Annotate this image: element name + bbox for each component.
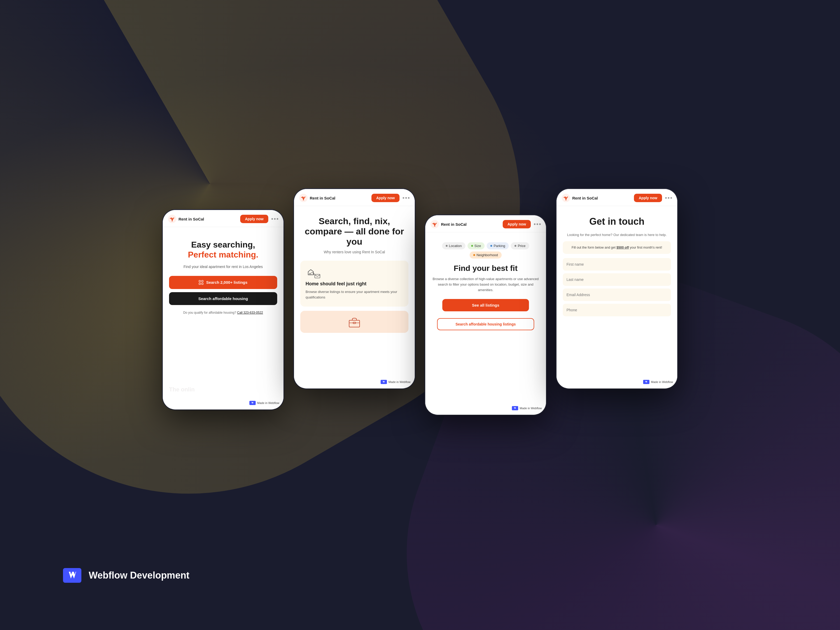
webflow-logo-4-icon bbox=[643, 380, 649, 384]
tag-size-label: Size bbox=[474, 244, 481, 248]
nav-dot bbox=[277, 218, 278, 220]
svg-rect-3 bbox=[199, 283, 201, 284]
nav-dot bbox=[272, 218, 273, 220]
bottom-brand: Webflow Development bbox=[63, 568, 189, 583]
phone-1-headline-line2: Perfect matching. bbox=[188, 250, 259, 259]
tag-parking-label: Parking bbox=[494, 244, 505, 248]
phone-3: Rent in SoCal Apply now L bbox=[425, 215, 546, 415]
palm-logo-4-icon bbox=[562, 194, 570, 202]
phone-3-brand: Rent in SoCal bbox=[431, 220, 467, 228]
briefcase-icon bbox=[346, 316, 362, 328]
first-name-field[interactable] bbox=[563, 258, 671, 271]
phone-1-subtext: Find your ideal apartment for rent in Lo… bbox=[169, 264, 277, 270]
nav-dot bbox=[405, 197, 407, 199]
phone-4-nav-right: Apply now bbox=[634, 194, 672, 202]
webflow-logo-3-icon bbox=[512, 406, 518, 410]
scene: Rent in SoCal Apply now Easy searching, … bbox=[0, 0, 840, 630]
bottom-brand-name: Webflow Development bbox=[89, 570, 189, 581]
phone-2-nav: Rent in SoCal Apply now bbox=[294, 189, 415, 206]
phone-2-card-1: Home should feel just right Browse diver… bbox=[300, 261, 409, 306]
palm-logo-icon bbox=[168, 215, 177, 223]
webflow-large-logo-icon bbox=[63, 568, 81, 583]
nav-dot bbox=[539, 223, 541, 225]
phone-4-brand-name: Rent in SoCal bbox=[572, 196, 598, 200]
phone-2-brand: Rent in SoCal bbox=[299, 194, 335, 202]
svg-rect-1 bbox=[199, 280, 201, 282]
svg-rect-10 bbox=[381, 380, 387, 384]
phone-1-nav: Rent in SoCal Apply now bbox=[163, 210, 284, 227]
phone-4-content: Get in touch Looking for the perfect hom… bbox=[556, 206, 677, 388]
webflow-logo-icon bbox=[249, 401, 256, 405]
phone-2-brand-name: Rent in SoCal bbox=[310, 196, 335, 200]
phone-3-nav: Rent in SoCal Apply now bbox=[425, 215, 546, 232]
tag-location: Location bbox=[442, 242, 466, 249]
phone-2-card1-title: Home should feel just right bbox=[306, 281, 403, 287]
phone-1-headline-line1: Easy searching, Perfect matching. bbox=[169, 240, 277, 260]
phones-row: Rent in SoCal Apply now Easy searching, … bbox=[163, 189, 677, 415]
phone-2: Rent in SoCal Apply now Search, find, ni… bbox=[294, 189, 415, 388]
phone-field[interactable] bbox=[563, 304, 671, 316]
phone-4-apply-btn[interactable]: Apply now bbox=[634, 194, 662, 202]
phone-2-apply-btn[interactable]: Apply now bbox=[371, 194, 399, 202]
tag-dot bbox=[515, 245, 516, 247]
phone-4-promo-bold: $500 off bbox=[616, 246, 629, 249]
nav-dot bbox=[534, 223, 535, 225]
webflow-badge-2-text: Made in Webflow bbox=[388, 381, 411, 384]
tag-price: Price bbox=[511, 242, 529, 249]
svg-rect-14 bbox=[643, 380, 649, 384]
svg-rect-5 bbox=[249, 401, 256, 405]
last-name-field[interactable] bbox=[563, 273, 671, 286]
phone-2-nav-dots bbox=[403, 197, 409, 199]
nav-dot bbox=[274, 218, 276, 220]
tag-dot bbox=[446, 245, 448, 247]
phone-3-see-all-btn[interactable]: See all listings bbox=[442, 299, 529, 311]
phone-3-content: Location Size Parking Price bbox=[425, 232, 546, 414]
svg-rect-12 bbox=[512, 406, 518, 410]
phone-4-headline: Get in touch bbox=[563, 216, 671, 227]
svg-rect-4 bbox=[202, 283, 203, 284]
tag-neighborhood-label: Neighborhood bbox=[477, 253, 498, 257]
phone-1-apply-btn[interactable]: Apply now bbox=[240, 215, 268, 223]
phone-2-subtext: Why renters love using Rent In SoCal bbox=[300, 249, 409, 255]
phone-1-search-secondary-btn[interactable]: Search affordable housing bbox=[169, 292, 277, 305]
tag-parking: Parking bbox=[487, 242, 509, 249]
phone-2-card-2 bbox=[300, 311, 409, 333]
tag-neighborhood: Neighborhood bbox=[470, 251, 502, 259]
phone-1-content: Easy searching, Perfect matching. Find y… bbox=[163, 227, 284, 409]
phone-1-footer-preview: The onlin bbox=[169, 386, 195, 393]
webflow-badge-4-text: Made in Webflow bbox=[651, 381, 673, 384]
phone-4-webflow-badge: Made in Webflow bbox=[643, 380, 673, 384]
grid-search-icon bbox=[199, 280, 204, 285]
phone-3-nav-right: Apply now bbox=[503, 220, 541, 228]
phone-1-nav-dots bbox=[272, 218, 278, 220]
phone-1-nav-right: Apply now bbox=[240, 215, 278, 223]
svg-rect-2 bbox=[202, 280, 203, 282]
webflow-badge-3-text: Made in Webflow bbox=[520, 407, 542, 410]
phone-4-nav-dots bbox=[665, 197, 672, 199]
webflow-badge-text: Made in Webflow bbox=[257, 401, 279, 404]
phone-3-brand-name: Rent in SoCal bbox=[441, 222, 467, 227]
tag-size: Size bbox=[467, 242, 485, 249]
phone-4-subtext: Looking for the perfect home? Our dedica… bbox=[563, 232, 671, 238]
phone-3-headline: Find your best fit bbox=[431, 264, 540, 273]
nav-dot bbox=[670, 197, 672, 199]
svg-rect-7 bbox=[315, 274, 320, 278]
tag-price-label: Price bbox=[518, 244, 526, 248]
phone-2-card1-text: Browse diverse listings to ensure your a… bbox=[306, 289, 403, 300]
nav-dot bbox=[403, 197, 404, 199]
nav-dot bbox=[408, 197, 409, 199]
phone-1-webflow-badge: Made in Webflow bbox=[249, 401, 279, 405]
email-field[interactable] bbox=[563, 289, 671, 301]
phone-2-headline: Search, find, nix, compare — all done fo… bbox=[300, 216, 409, 247]
home-handshake-icon bbox=[306, 267, 321, 280]
phone-1-qualify-link[interactable]: Call 323-633-0522 bbox=[237, 311, 263, 314]
phone-3-apply-btn[interactable]: Apply now bbox=[503, 220, 531, 228]
phone-3-nav-dots bbox=[534, 223, 541, 225]
phone-2-content: Search, find, nix, compare — all done fo… bbox=[294, 206, 415, 388]
palm-logo-3-icon bbox=[431, 220, 439, 228]
phone-2-nav-right: Apply now bbox=[371, 194, 409, 202]
phone-4-promo: Fill out the form below and get $500 off… bbox=[563, 241, 671, 254]
phone-3-affordable-btn[interactable]: Search affordable housing listings bbox=[437, 318, 534, 330]
phone-1-search-primary-btn[interactable]: Search 2,000+ listings bbox=[169, 276, 277, 289]
tag-dot bbox=[471, 245, 473, 247]
